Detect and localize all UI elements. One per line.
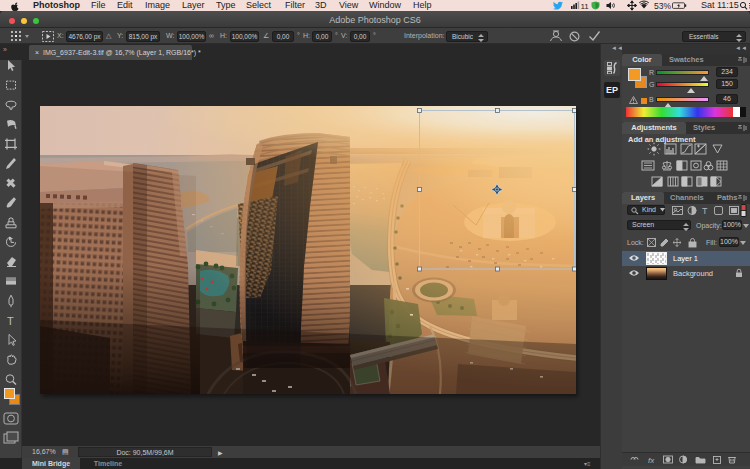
svg-text:T: T [7,315,14,327]
svg-text:fx: fx [648,456,655,465]
svg-text:T: T [702,206,708,216]
svg-text:11: 11 [581,2,590,11]
svg-text:53%: 53% [654,1,671,11]
